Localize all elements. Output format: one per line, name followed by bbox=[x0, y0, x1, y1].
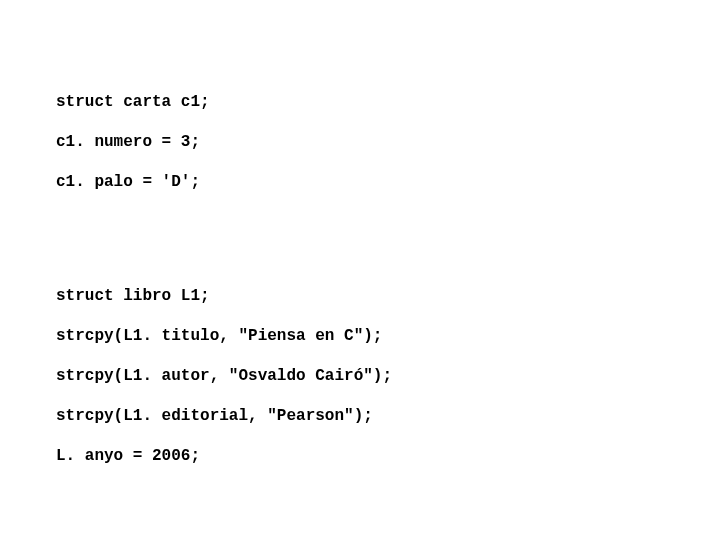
code-line: c1. numero = 3; bbox=[56, 132, 720, 152]
code-line: c1. palo = 'D'; bbox=[56, 172, 720, 192]
code-line: strcpy(L1. titulo, "Piensa en C"); bbox=[56, 326, 720, 346]
code-line: L. anyo = 2006; bbox=[56, 446, 720, 466]
code-page: struct carta c1; c1. numero = 3; c1. pal… bbox=[0, 0, 720, 540]
code-line: struct carta c1; bbox=[56, 92, 720, 112]
code-line: strcpy(L1. editorial, "Pearson"); bbox=[56, 406, 720, 426]
code-line: struct libro L1; bbox=[56, 286, 720, 306]
code-block-carta: struct carta c1; c1. numero = 3; c1. pal… bbox=[56, 72, 720, 212]
code-block-libro: struct libro L1; strcpy(L1. titulo, "Pie… bbox=[56, 266, 720, 486]
code-line: strcpy(L1. autor, "Osvaldo Cairó"); bbox=[56, 366, 720, 386]
